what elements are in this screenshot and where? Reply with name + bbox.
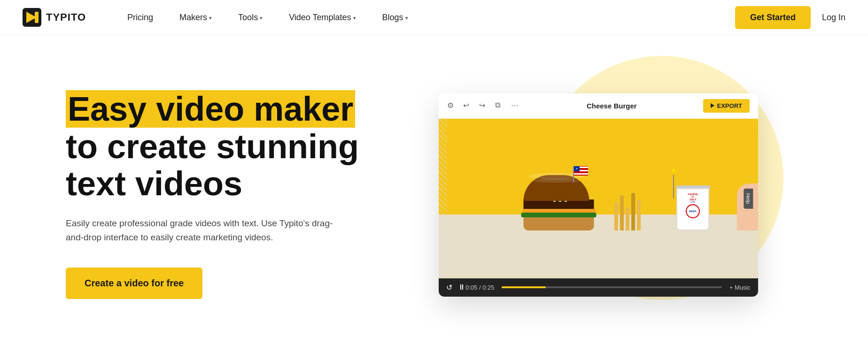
chevron-down-icon: ▾ bbox=[209, 15, 212, 21]
restart-button[interactable]: ↺ bbox=[446, 283, 452, 292]
redo-icon[interactable]: ↪ bbox=[479, 101, 488, 110]
nav-links: Pricing Makers ▾ Tools ▾ Video Templates… bbox=[114, 0, 735, 35]
bun-bottom bbox=[524, 217, 594, 230]
nav-tools[interactable]: Tools ▾ bbox=[225, 0, 276, 35]
nav-blogs[interactable]: Blogs ▾ bbox=[369, 0, 421, 35]
settings-icon[interactable]: ⚙ bbox=[447, 101, 457, 110]
cta-button[interactable]: Create a video for free bbox=[66, 268, 202, 299]
hero-headline: Easy video maker to create stunning text… bbox=[66, 91, 366, 202]
nav-actions: Get Started Log In bbox=[735, 6, 845, 29]
get-started-button[interactable]: Get Started bbox=[735, 6, 811, 29]
navigation: TYPITO Pricing Makers ▾ Tools ▾ Video Te… bbox=[0, 0, 868, 35]
bun-top bbox=[524, 175, 589, 201]
logo-text: TYPITO bbox=[46, 11, 86, 23]
export-play-icon bbox=[711, 103, 714, 108]
nav-makers[interactable]: Makers ▾ bbox=[166, 0, 225, 35]
video-scene: ★ ✦ FOURTH bbox=[439, 119, 758, 278]
pause-button[interactable]: ⏸ bbox=[458, 283, 465, 291]
fry-5 bbox=[637, 200, 641, 230]
music-button[interactable]: + Music bbox=[729, 284, 751, 291]
video-canvas: ★ ✦ FOURTH bbox=[439, 119, 758, 278]
hero-left: Easy video maker to create stunning text… bbox=[66, 91, 385, 299]
nav-video-templates[interactable]: Video Templates ▾ bbox=[276, 0, 369, 35]
nav-pricing[interactable]: Pricing bbox=[114, 0, 166, 35]
headline-highlight: Easy video maker bbox=[66, 90, 355, 128]
logo-link[interactable]: TYPITO bbox=[23, 8, 86, 27]
fries bbox=[614, 193, 641, 230]
playback-controls: ↺ ⏸ bbox=[446, 283, 465, 292]
toolbar-icons: ⚙ ↩ ↪ ⧉ ⋯ bbox=[447, 101, 520, 110]
svg-rect-2 bbox=[35, 12, 39, 23]
export-button[interactable]: EXPORT bbox=[703, 99, 750, 113]
undo-icon[interactable]: ↩ bbox=[463, 101, 473, 110]
hero-subtext: Easily create professional grade videos … bbox=[66, 216, 338, 245]
fry-2 bbox=[620, 195, 624, 230]
progress-bar[interactable] bbox=[502, 286, 721, 288]
typito-logo-icon bbox=[23, 8, 41, 27]
time-display: 0:05 / 0:25 bbox=[465, 284, 494, 291]
lettuce bbox=[521, 213, 597, 217]
chevron-down-icon: ▾ bbox=[353, 15, 356, 21]
progress-fill bbox=[502, 286, 546, 288]
video-title: Cheese Burger bbox=[520, 102, 703, 110]
american-flag: ★ bbox=[573, 166, 574, 183]
editor-toolbar: ⚙ ↩ ↪ ⧉ ⋯ Cheese Burger EXPORT bbox=[439, 93, 758, 119]
help-tab[interactable]: Help bbox=[744, 188, 753, 208]
editor-controls: ↺ ⏸ 0:05 / 0:25 + Music bbox=[439, 278, 758, 297]
login-button[interactable]: Log In bbox=[822, 13, 845, 23]
burger-body bbox=[524, 175, 597, 230]
fry-4 bbox=[631, 193, 635, 230]
fry-1 bbox=[614, 202, 618, 230]
cheese-layer bbox=[523, 209, 596, 213]
cup-body: FOURTH OF JULY 1776 INDEP. bbox=[676, 188, 709, 230]
editor-mockup: ⚙ ↩ ↪ ⧉ ⋯ Cheese Burger EXPORT bbox=[439, 93, 758, 297]
hero-section: Easy video maker to create stunning text… bbox=[0, 35, 868, 345]
chevron-down-icon: ▾ bbox=[260, 15, 263, 21]
copy-icon[interactable]: ⧉ bbox=[495, 101, 504, 110]
chevron-down-icon: ▾ bbox=[405, 15, 408, 21]
fry-3 bbox=[626, 207, 629, 230]
table-surface bbox=[439, 215, 758, 278]
more-icon[interactable]: ⋯ bbox=[511, 101, 520, 110]
side-panel-stripes bbox=[439, 119, 447, 278]
hero-right: ⚙ ↩ ↪ ⧉ ⋯ Cheese Burger EXPORT bbox=[385, 93, 812, 297]
drink-cup: FOURTH OF JULY 1776 INDEP. bbox=[676, 185, 710, 230]
cup-label-area: FOURTH OF JULY 1776 INDEP. bbox=[680, 193, 706, 220]
